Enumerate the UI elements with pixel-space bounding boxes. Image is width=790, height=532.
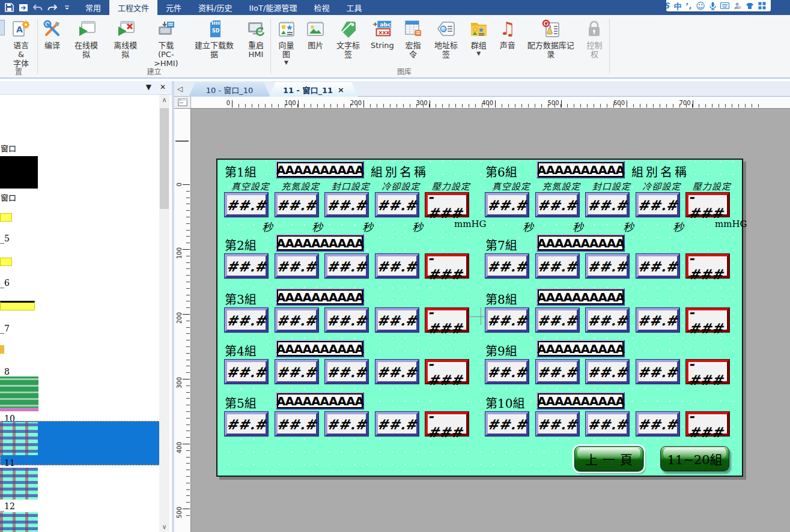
tab-close-icon[interactable]: × [338,85,344,94]
group-number-label[interactable]: 第5組 [225,394,257,411]
numeric-display[interactable]: ##.# [375,193,419,217]
redo-icon[interactable] [47,2,58,13]
numeric-display[interactable]: ##.# [536,254,579,278]
window-thumbnail[interactable] [0,301,35,310]
group-library-button[interactable]: 群组 ▼ [464,19,493,56]
numeric-display[interactable]: ##.# [485,360,529,384]
pressure-display[interactable]: -### [686,254,729,278]
compile-button[interactable]: 编译 [38,19,67,50]
numeric-display[interactable]: ##.# [325,308,368,332]
window-thumbnail[interactable] [0,213,12,222]
group-title-label[interactable]: 組別名稱 [371,163,428,180]
scroll-up-icon[interactable]: ∧ [159,95,169,105]
save-icon[interactable] [4,2,14,13]
numeric-display[interactable]: ##.# [636,412,679,436]
menu-tab-data-history[interactable]: 资料/历史 [190,0,240,15]
window-thumbnail[interactable] [0,376,38,411]
window-thumbnail[interactable] [0,258,12,266]
menu-tab-iiot-energy[interactable]: IIoT/能源管理 [240,0,305,15]
group-name-display[interactable]: AAAAAAAAAA [536,392,625,410]
pressure-display[interactable]: -### [425,254,469,278]
numeric-display[interactable]: ##.# [485,308,529,332]
numeric-display[interactable]: ##.# [225,308,268,332]
pressure-display[interactable]: -### [686,193,729,217]
dropdown-caret-icon[interactable]: ▼ [476,51,481,56]
undo-icon[interactable] [32,2,43,13]
panel-collapse-icon[interactable]: ▼ [146,83,151,91]
window-thumbnail[interactable] [0,468,38,500]
group-number-label[interactable]: 第9組 [485,342,517,359]
window-thumbnail[interactable] [0,156,38,189]
tab-scroll-left-icon[interactable]: ◁ [177,85,183,93]
group-name-display[interactable]: AAAAAAAAAA [536,161,625,178]
panel-close-icon[interactable]: ✕ [160,83,166,91]
ime-account-icon[interactable] [734,2,741,10]
group-number-label[interactable]: 第1組 [225,163,257,180]
numeric-display[interactable]: ##.# [536,193,579,217]
menu-tab-project-file[interactable]: 工程文件 [109,0,157,15]
build-download-data-button[interactable]: SD 建立下载数据 [187,19,242,59]
sound-button[interactable]: ♫ 声音 [493,19,522,50]
numeric-display[interactable]: ##.# [636,308,679,332]
numeric-display[interactable]: ##.# [586,412,629,436]
group-name-display[interactable]: AAAAAAAAAA [276,392,364,410]
sogou-logo-icon[interactable]: S [666,1,669,10]
hmi-screen[interactable]: 上一頁 11~20組 第1組 AAAAAAAAAA 組別名稱 真空設定 充氮設定… [216,159,743,477]
numeric-display[interactable]: ##.# [586,193,629,217]
group-number-label[interactable]: 第2組 [225,236,257,253]
window-thumbnail[interactable] [0,512,38,532]
language-font-button[interactable]: A 语言 & 字体 [5,19,37,68]
ime-toolbox-icon[interactable] [758,2,766,10]
pressure-display[interactable]: -### [425,193,469,217]
group-name-display[interactable]: AAAAAAAAAA [276,161,364,178]
customize-quick-access-icon[interactable] [61,2,72,13]
group-name-display[interactable]: AAAAAAAAAA [276,288,364,306]
numeric-display[interactable]: ##.# [586,360,629,384]
numeric-display[interactable]: ##.# [225,254,268,278]
pressure-display[interactable]: -### [686,412,729,436]
group-name-display[interactable]: AAAAAAAAAA [536,288,625,306]
pressure-display[interactable]: -### [425,360,469,384]
ime-keyboard-icon[interactable] [720,2,729,9]
restart-hmi-button[interactable]: 重启 HMI [242,19,270,59]
sidebar-scrollbar[interactable]: ∧ ∨ [159,95,169,532]
ime-chinese-mode-icon[interactable]: 中 [673,0,681,11]
group-title-label[interactable]: 組別名稱 [631,163,689,180]
numeric-display[interactable]: ##.# [275,254,318,278]
window-name-label[interactable]: _8 [0,367,10,376]
window-name-label[interactable]: _11 [0,458,15,468]
numeric-display[interactable]: ##.# [485,412,529,436]
vector-graphics-button[interactable]: 向量图 ▼ [272,19,301,65]
window-name-label[interactable]: _6 [0,278,10,288]
numeric-display[interactable]: ##.# [375,412,419,436]
ime-emoji-icon[interactable]: ☺ [696,1,705,11]
export-window-icon[interactable] [18,2,29,13]
offline-simulation-button[interactable]: 离线模拟 [106,19,145,59]
macro-button[interactable]: 宏指令 [398,19,428,59]
numeric-display[interactable]: ##.# [325,360,368,384]
pressure-display[interactable]: -### [425,412,469,436]
numeric-display[interactable]: ##.# [586,254,629,278]
picture-button[interactable]: 图片 [301,19,330,50]
numeric-display[interactable]: ##.# [636,254,679,278]
pressure-display[interactable]: -### [686,308,729,332]
address-tag-button[interactable]: @ 地址标签 [428,19,464,59]
window-name-label[interactable]: _7 [0,324,10,333]
menu-tab-tool[interactable]: 工具 [338,0,370,15]
numeric-display[interactable]: ##.# [225,193,268,217]
document-tab-window-11[interactable]: 11 - 窗口_11 × [269,82,358,97]
numeric-display[interactable]: ##.# [485,254,529,278]
numeric-display[interactable]: ##.# [375,254,419,278]
ruler-origin-box[interactable] [174,97,191,109]
numeric-display[interactable]: ##.# [225,360,268,384]
group-name-display[interactable]: AAAAAAAAAA [536,340,625,357]
pressure-display[interactable]: -### [425,308,469,332]
ime-skin-icon[interactable] [746,2,754,10]
numeric-display[interactable]: ##.# [636,360,679,384]
pressure-display[interactable]: -### [686,360,729,384]
group-name-display[interactable]: AAAAAAAAAA [276,234,364,252]
online-simulation-button[interactable]: 在线模拟 [67,19,106,59]
control-token-button[interactable]: 控制权 [580,19,609,59]
group-number-label[interactable]: 第10組 [485,394,524,411]
ime-punctuation-icon[interactable]: ’, [685,1,691,10]
